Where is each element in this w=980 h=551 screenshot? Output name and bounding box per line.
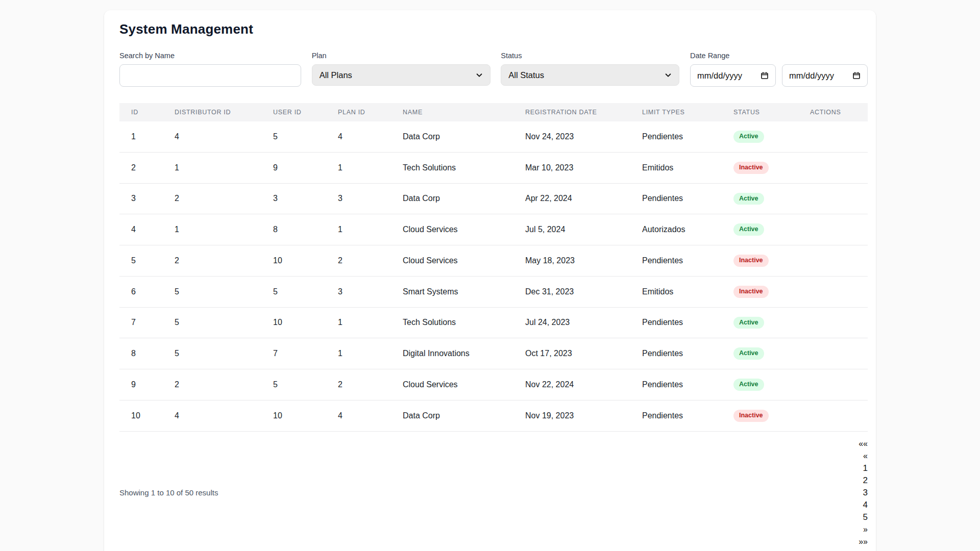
cell-id: 10 — [119, 400, 163, 431]
cell-actions — [798, 400, 868, 431]
cell-user-id: 7 — [261, 338, 326, 369]
cell-registration-date: Nov 24, 2023 — [513, 121, 630, 152]
cell-plan-id: 3 — [326, 276, 391, 307]
cell-registration-date: Nov 22, 2024 — [513, 369, 630, 400]
column-header-actions: ACTIONS — [798, 103, 868, 121]
cell-plan-id: 4 — [326, 400, 391, 431]
cell-distributor-id: 1 — [163, 152, 261, 183]
cell-limit-types: Pendientes — [630, 338, 722, 369]
cell-plan-id: 1 — [326, 152, 391, 183]
column-header-distributor-id: DISTRIBUTOR ID — [163, 103, 261, 121]
cell-distributor-id: 2 — [163, 183, 261, 214]
table-row: 8571Digital InnovationsOct 17, 2023Pendi… — [119, 338, 868, 369]
cell-status: Active — [722, 121, 798, 152]
cell-distributor-id: 5 — [163, 307, 261, 338]
status-badge: Active — [733, 131, 764, 143]
status-label: Status — [501, 52, 679, 60]
cell-limit-types: Pendientes — [630, 307, 722, 338]
date-end-placeholder: mm/dd/yyyy — [789, 71, 834, 81]
date-start-input[interactable]: mm/dd/yyyy — [690, 64, 776, 87]
column-header-name: NAME — [391, 103, 513, 121]
cell-id: 5 — [119, 245, 163, 277]
status-select[interactable]: All Status — [501, 64, 679, 86]
column-header-status: STATUS — [722, 103, 798, 121]
status-badge: Inactive — [733, 410, 769, 422]
pagination-prev[interactable]: « — [863, 450, 868, 462]
cell-id: 4 — [119, 214, 163, 245]
pagination-page-3[interactable]: 3 — [863, 487, 868, 499]
cell-registration-date: Nov 19, 2023 — [513, 400, 630, 431]
cell-status: Active — [722, 183, 798, 214]
column-header-registration-date: REGISTRATION DATE — [513, 103, 630, 121]
date-end-input[interactable]: mm/dd/yyyy — [782, 64, 868, 87]
cell-status: Active — [722, 369, 798, 400]
pagination-page-1[interactable]: 1 — [863, 462, 868, 474]
status-badge: Active — [733, 193, 764, 205]
pagination-page-2[interactable]: 2 — [863, 474, 868, 487]
table-row: 3233Data CorpApr 22, 2024PendientesActiv… — [119, 183, 868, 214]
cell-user-id: 9 — [261, 152, 326, 183]
cell-user-id: 5 — [261, 121, 326, 152]
cell-actions — [798, 276, 868, 307]
cell-name: Data Corp — [391, 183, 513, 214]
cell-user-id: 5 — [261, 276, 326, 307]
cell-plan-id: 2 — [326, 245, 391, 277]
cell-id: 7 — [119, 307, 163, 338]
cell-id: 8 — [119, 338, 163, 369]
table-row: 52102Cloud ServicesMay 18, 2023Pendiente… — [119, 245, 868, 277]
cell-user-id: 5 — [261, 369, 326, 400]
calendar-icon[interactable] — [761, 71, 769, 80]
column-header-user-id: USER ID — [261, 103, 326, 121]
table-footer: Showing 1 to 10 of 50 results «««12345»»… — [119, 438, 868, 548]
cell-actions — [798, 183, 868, 214]
cell-status: Inactive — [722, 152, 798, 183]
status-badge: Inactive — [733, 286, 769, 298]
cell-limit-types: Pendientes — [630, 183, 722, 214]
cell-status: Inactive — [722, 400, 798, 431]
pagination: «««12345»»» — [859, 438, 868, 548]
cell-limit-types: Pendientes — [630, 245, 722, 277]
cell-actions — [798, 245, 868, 277]
plan-select[interactable]: All Plans — [312, 64, 491, 86]
calendar-icon[interactable] — [852, 71, 861, 80]
cell-name: Tech Solutions — [391, 307, 513, 338]
cell-distributor-id: 4 — [163, 121, 261, 152]
cell-user-id: 10 — [261, 400, 326, 431]
pagination-page-4[interactable]: 4 — [863, 499, 868, 511]
cell-distributor-id: 2 — [163, 369, 261, 400]
cell-actions — [798, 152, 868, 183]
pagination-next[interactable]: » — [863, 523, 868, 536]
cell-limit-types: Emitidos — [630, 152, 722, 183]
cell-status: Inactive — [722, 245, 798, 277]
status-select-value: All Status — [508, 70, 544, 80]
search-filter-group: Search by Name — [119, 52, 301, 87]
cell-limit-types: Autorizados — [630, 214, 722, 245]
status-filter-group: Status All Status — [501, 52, 679, 87]
cell-distributor-id: 1 — [163, 214, 261, 245]
cell-distributor-id: 4 — [163, 400, 261, 431]
cell-registration-date: Dec 31, 2023 — [513, 276, 630, 307]
search-input[interactable] — [119, 64, 301, 87]
cell-name: Tech Solutions — [391, 152, 513, 183]
table-row: 75101Tech SolutionsJul 24, 2023Pendiente… — [119, 307, 868, 338]
pagination-first[interactable]: «« — [859, 438, 868, 450]
cell-id: 2 — [119, 152, 163, 183]
filters-bar: Search by Name Plan All Plans Status All… — [119, 52, 868, 87]
cell-registration-date: Jul 24, 2023 — [513, 307, 630, 338]
cell-status: Active — [722, 307, 798, 338]
cell-name: Data Corp — [391, 400, 513, 431]
status-badge: Active — [733, 317, 764, 329]
cell-plan-id: 1 — [326, 214, 391, 245]
pagination-page-5[interactable]: 5 — [863, 511, 868, 523]
pagination-last[interactable]: »» — [859, 536, 868, 548]
page-title: System Management — [119, 21, 868, 37]
plan-label: Plan — [312, 52, 491, 60]
cell-plan-id: 1 — [326, 338, 391, 369]
cell-id: 6 — [119, 276, 163, 307]
cell-user-id: 3 — [261, 183, 326, 214]
date-range-filter-group: Date Range mm/dd/yyyy mm/dd/yyyy — [690, 52, 868, 87]
date-range-label: Date Range — [690, 52, 868, 60]
chevron-down-icon — [476, 71, 483, 79]
cell-status: Active — [722, 338, 798, 369]
search-label: Search by Name — [119, 52, 301, 60]
